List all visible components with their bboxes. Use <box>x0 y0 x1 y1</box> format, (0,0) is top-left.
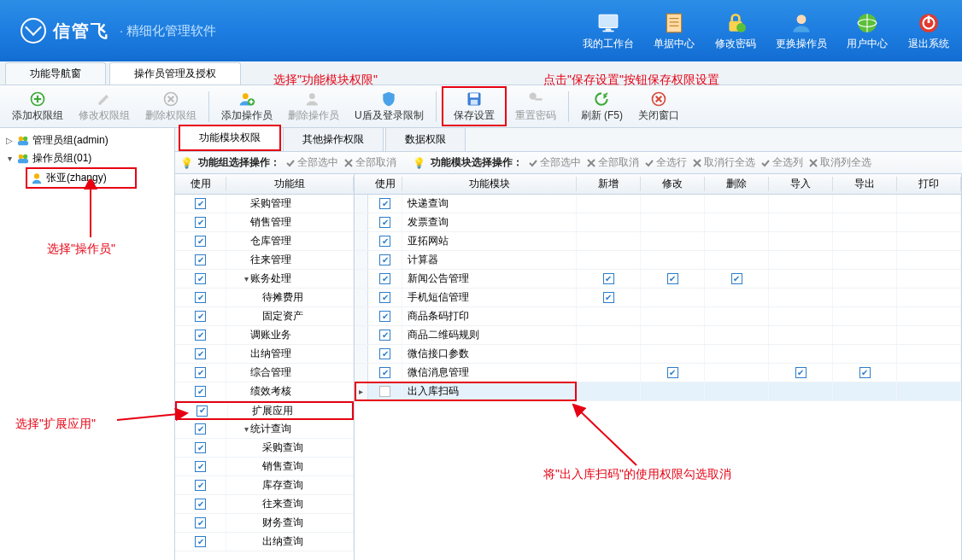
header-btn-tickets[interactable]: 单据中心 <box>653 11 695 51</box>
cell-use[interactable] <box>368 326 402 344</box>
tb-add-group[interactable]: 添加权限组 <box>5 88 70 125</box>
function-group-row[interactable]: 采购管理 <box>175 195 354 213</box>
cell-use[interactable] <box>175 533 226 551</box>
cell-use[interactable] <box>368 270 402 288</box>
col-import[interactable]: 导入 <box>769 177 833 191</box>
function-group-row[interactable]: 财务查询 <box>175 514 354 533</box>
col-print[interactable]: 打印 <box>897 177 961 191</box>
cell-use[interactable] <box>175 382 226 400</box>
checkbox[interactable] <box>195 367 206 378</box>
checkbox[interactable] <box>195 461 206 472</box>
function-group-row[interactable]: 往来查询 <box>175 495 354 514</box>
cell-use[interactable] <box>175 514 226 532</box>
tree-user-zhangya[interactable]: 张亚(zhangy) <box>26 167 137 189</box>
cell-use[interactable] <box>175 232 226 250</box>
op-deselect-row[interactable]: 取消行全选 <box>692 155 755 170</box>
col-edit[interactable]: 修改 <box>641 177 705 191</box>
cell-use[interactable] <box>175 307 226 325</box>
header-btn-switchop[interactable]: 更换操作员 <box>776 11 827 51</box>
function-group-row[interactable]: 往来管理 <box>175 251 354 270</box>
cell-use[interactable] <box>175 439 226 457</box>
cell-use[interactable] <box>368 251 402 269</box>
checkbox[interactable] <box>195 273 206 284</box>
cell-use[interactable] <box>368 289 402 306</box>
module-row[interactable]: 亚拓网站 <box>355 232 961 251</box>
cell-use[interactable] <box>175 251 226 269</box>
cell-perm[interactable] <box>769 364 833 382</box>
tb-del-operator[interactable]: 删除操作员 <box>281 88 346 125</box>
col-add[interactable]: 新增 <box>577 177 641 191</box>
tb-reset-pwd[interactable]: 重置密码 <box>508 88 563 125</box>
expander-icon[interactable]: ▾ <box>5 154 14 163</box>
subtab-data-perm[interactable]: 数据权限 <box>385 127 466 151</box>
function-group-row[interactable]: 综合管理 <box>175 364 354 382</box>
tb-refresh[interactable]: 刷新 (F5) <box>574 88 630 125</box>
checkbox[interactable] <box>195 536 206 547</box>
function-group-row[interactable]: 出纳管理 <box>175 345 354 364</box>
checkbox[interactable] <box>379 330 390 341</box>
checkbox[interactable] <box>379 311 390 322</box>
checkbox[interactable] <box>379 217 390 228</box>
checkbox[interactable] <box>195 348 206 359</box>
function-group-row[interactable]: 出纳查询 <box>175 533 354 551</box>
checkbox[interactable] <box>379 236 390 247</box>
op-mod-deselect-all[interactable]: 全部取消 <box>586 155 639 170</box>
expander-icon[interactable]: ▾ <box>242 274 250 283</box>
cell-use[interactable] <box>175 326 226 344</box>
tree-admin-group[interactable]: ▷ 管理员组(admin) <box>2 131 173 149</box>
cell-use[interactable] <box>368 195 402 213</box>
cell-use[interactable] <box>175 476 226 494</box>
col-module[interactable]: 功能模块 <box>402 177 577 191</box>
cell-use[interactable] <box>175 289 226 306</box>
checkbox[interactable] <box>731 273 742 284</box>
cell-use[interactable] <box>175 364 226 382</box>
checkbox[interactable] <box>197 405 208 417</box>
tb-add-operator[interactable]: 添加操作员 <box>214 88 279 125</box>
checkbox[interactable] <box>195 330 206 341</box>
checkbox[interactable] <box>195 480 206 491</box>
function-group-row[interactable]: 调账业务 <box>175 326 354 345</box>
cell-perm[interactable] <box>705 270 769 288</box>
col-use[interactable]: 使用 <box>368 177 402 191</box>
op-group-deselect-all[interactable]: 全部取消 <box>343 155 396 170</box>
tree-op-group[interactable]: ▾ 操作员组(01) <box>2 149 173 167</box>
checkbox[interactable] <box>603 292 614 303</box>
function-group-row[interactable]: 销售查询 <box>175 458 354 476</box>
checkbox[interactable] <box>195 423 206 435</box>
expander-icon[interactable]: ▾ <box>242 424 250 434</box>
checkbox[interactable] <box>379 386 390 397</box>
checkbox[interactable] <box>195 386 206 397</box>
checkbox[interactable] <box>667 273 678 284</box>
checkbox[interactable] <box>379 273 390 284</box>
function-group-row[interactable]: 待摊费用 <box>175 289 354 307</box>
checkbox[interactable] <box>195 311 206 322</box>
checkbox[interactable] <box>795 367 807 378</box>
cell-use[interactable] <box>368 345 402 363</box>
module-row[interactable]: 计算器 <box>355 251 961 270</box>
cell-use[interactable] <box>368 213 402 231</box>
cell-use[interactable] <box>175 270 226 288</box>
cell-use[interactable] <box>175 195 226 213</box>
checkbox[interactable] <box>195 254 206 265</box>
function-group-row[interactable]: 扩展应用 <box>175 401 354 420</box>
checkbox[interactable] <box>195 499 206 510</box>
module-row[interactable]: 发票查询 <box>355 213 961 232</box>
header-btn-workbench[interactable]: 我的工作台 <box>583 11 634 51</box>
op-group-select-all[interactable]: 全部选中 <box>285 155 338 170</box>
cell-use[interactable] <box>368 382 402 400</box>
header-btn-usercenter[interactable]: 用户中心 <box>846 11 889 51</box>
cell-perm[interactable] <box>833 364 897 382</box>
tb-del-group[interactable]: 删除权限组 <box>138 88 203 125</box>
col-del[interactable]: 删除 <box>705 177 769 191</box>
cell-use[interactable] <box>175 420 226 438</box>
tb-save[interactable]: 保存设置 <box>442 86 507 126</box>
checkbox[interactable] <box>603 273 614 284</box>
expander-icon[interactable]: ▷ <box>5 136 14 145</box>
module-row[interactable]: 商品二维码规则 <box>355 326 961 345</box>
tab-operator-mgmt[interactable]: 操作员管理及授权 <box>109 62 241 85</box>
checkbox[interactable] <box>667 367 678 378</box>
cell-perm[interactable] <box>577 270 641 288</box>
function-group-row[interactable]: 绩效考核 <box>175 382 354 401</box>
cell-use[interactable] <box>175 213 226 231</box>
col-name[interactable]: 功能组 <box>226 177 354 191</box>
